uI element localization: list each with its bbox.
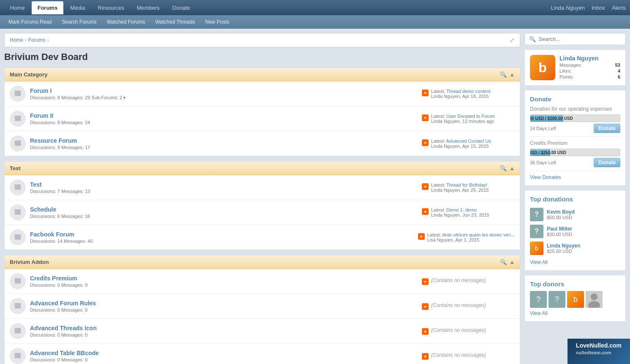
rss-icon-forum-i[interactable]: ● [422,90,429,96]
forum-row-credits: Credits Premium Discussions: 0 Messages:… [5,269,520,294]
latest-thread-forum-i[interactable]: Thread demo content [446,89,491,94]
forum-latest-facbook: ● Latest: Ante ultrices quam leo donec v… [418,232,515,242]
category-test-icons: 🔍 ▲ [500,165,515,171]
nav-resources[interactable]: Resources [92,1,130,14]
subnav-search[interactable]: Search Forums [58,16,101,27]
top-navigation: Home Forums Media Resources Members Dona… [0,0,630,15]
forum-name-forum-rules[interactable]: Advanced Forum Rules [30,300,96,307]
user-stat-points: Points: 6 [559,74,620,79]
forum-name-schedule[interactable]: Schedule [30,206,56,213]
subnav-mark-read[interactable]: Mark Forums Read [4,16,56,27]
search-icon[interactable]: 🔍 [500,71,507,78]
forum-name-facbook[interactable]: Facbook Forum [30,231,74,238]
donor-name-linda[interactable]: Linda Nguyen [547,243,580,249]
nav-inbox[interactable]: Inbox [592,5,605,11]
subnav-watched-threads[interactable]: Watched Threads [151,16,199,27]
forum-row-forum-rules: Advanced Forum Rules Discussions: 0 Mess… [5,294,520,319]
forum-latest-table-bbcode: ● (Contains no messages) [422,352,515,360]
donate-title: Donate [530,95,620,103]
rss-icon-resource[interactable]: ● [422,139,429,146]
rss-icon-table-bbcode[interactable]: ● [422,353,429,360]
rss-icon-threads-icon[interactable]: ● [422,328,429,335]
nav-home[interactable]: Home [4,1,31,14]
latest-info-schedule: Latest: Demo 1: demo Linda Nguyen, Jun 2… [431,207,489,217]
category-main: Main Category 🔍 ▲ Forum I Discussions: 8… [4,68,520,156]
donor-name-kevin[interactable]: Kevin Boyd [547,209,575,215]
forum-name-resource[interactable]: Resource Forum [30,137,77,144]
rss-icon-forum-rules[interactable]: ● [422,303,429,310]
nav-username[interactable]: Linda Nguyen [551,5,585,11]
forum-info-threads-icon: Advanced Threads Icon Discussions: 0 Mes… [30,325,418,337]
forum-meta-forum-ii: Discussions: 8 Messages: 24 [30,120,418,125]
svg-point-1 [591,293,597,300]
donor-row-paul: ? Paul Miller $30.00 USD [530,223,620,240]
rss-icon-test[interactable]: ● [422,183,429,190]
latest-thread-resource[interactable]: Advanced Contact Us [446,139,491,144]
donate-credits-subtitle: Credits Premium [530,140,620,146]
rss-icon-schedule[interactable]: ● [422,208,429,215]
forum-name-credits[interactable]: Credits Premium [30,275,77,282]
latest-thread-forum-ii[interactable]: User Donated to Forum [446,114,495,119]
breadcrumb-expand-icon[interactable]: ⤢ [510,37,515,43]
forum-name-table-bbcode[interactable]: Advanced Table BBcode [30,350,99,356]
donate-credits-days: 36 Days Left Donate [530,158,620,167]
rss-icon-facbook[interactable]: ● [418,233,425,240]
subforum-expand-icon[interactable]: ▾ [123,95,126,100]
forum-icon-forum-rules [10,298,26,314]
forum-icon-forum-ii [10,111,26,127]
collapse-icon-brivium[interactable]: ▲ [509,259,515,265]
donor-row-kevin: ? Kevin Boyd $50.00 USD [530,206,620,223]
forum-info-forum-rules: Advanced Forum Rules Discussions: 0 Mess… [30,300,418,312]
rss-icon-credits[interactable]: ● [422,278,429,285]
latest-thread-schedule[interactable]: Demo 1: demo [446,207,477,212]
rss-icon-forum-ii[interactable]: ● [422,114,429,121]
search-box: 🔍 [524,33,626,45]
view-all-donors-link[interactable]: View All [530,310,620,316]
view-donates-link[interactable]: View Donates [530,174,620,180]
forum-icon-test [10,179,26,196]
forum-meta-schedule: Discussions: 6 Messages: 16 [30,214,418,219]
top-donors-widget: Top donors ? ? b View All [524,275,626,322]
view-all-donations-link[interactable]: View All [530,259,620,265]
breadcrumb-forums[interactable]: Forums [28,37,46,43]
donor-avatar-linda: b [530,242,543,255]
breadcrumb-items: Home › Forums › [10,37,49,43]
search-icon-sidebar: 🔍 [529,36,536,42]
search-icon-test[interactable]: 🔍 [500,165,507,171]
subnav-watched-forums[interactable]: Watched Forums [103,16,149,27]
forum-info-credits: Credits Premium Discussions: 0 Messages:… [30,275,418,288]
latest-thread-test[interactable]: Thread for Birthday! [446,182,487,187]
donate-credits-btn[interactable]: Donate [594,158,620,167]
donor-info-paul: Paul Miller $30.00 USD [547,226,572,237]
subnav-new-posts[interactable]: New Posts [201,16,234,27]
donate-operating-progress: $75.00 USD / $200.00 USD [530,114,620,122]
donate-operating-btn[interactable]: Donate [594,124,620,133]
donor-name-paul[interactable]: Paul Miller [547,226,572,232]
collapse-icon[interactable]: ▲ [509,71,515,78]
forum-icon-facbook [10,229,26,245]
nav-alerts[interactable]: Alerts [612,5,626,11]
nav-members[interactable]: Members [131,1,166,14]
collapse-icon-test[interactable]: ▲ [509,165,515,171]
nav-forums[interactable]: Forums [32,1,64,14]
forum-name-test[interactable]: Test [30,181,42,188]
donor-thumb-2: ? [549,291,565,308]
donate-widget: Donate Donation for our operating expens… [524,90,626,186]
latest-thread-facbook[interactable]: Ante ultrices quam leo donec ven... [442,232,515,237]
search-icon-brivium[interactable]: 🔍 [500,259,507,265]
search-input[interactable] [538,36,621,42]
forum-name-forum-ii[interactable]: Forum II [30,112,53,119]
breadcrumb: Home › Forums › ⤢ [4,33,520,47]
forum-icon-schedule [10,204,26,220]
forum-meta-forum-i: Discussions: 8 Messages: 29 Sub-Forums: … [30,95,418,101]
forum-info-test: Test Discussions: 7 Messages: 13 [30,181,418,194]
forum-name-threads-icon[interactable]: Advanced Threads Icon [30,325,97,331]
forum-name-forum-i[interactable]: Forum I [30,87,52,94]
donor-avatar-paul: ? [530,225,543,238]
user-name[interactable]: Linda Nguyen [559,55,620,62]
nav-media[interactable]: Media [64,1,91,14]
forum-latest-resource: ● Latest: Advanced Contact Us Linda Nguy… [422,139,515,149]
breadcrumb-home[interactable]: Home [10,37,23,43]
nav-donate[interactable]: Donate [166,1,196,14]
category-test: Test 🔍 ▲ Test Discussions: 7 Messages: 1… [4,161,520,250]
